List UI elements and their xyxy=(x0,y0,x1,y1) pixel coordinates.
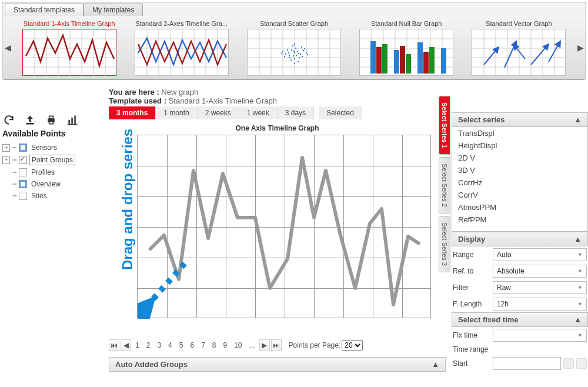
upload-icon[interactable] xyxy=(24,114,36,126)
svg-point-51 xyxy=(287,49,288,50)
svg-point-52 xyxy=(298,61,299,62)
series-item[interactable]: CorrV xyxy=(452,189,587,201)
fixed-time-header[interactable]: Select fixed time▲ xyxy=(452,312,588,327)
pager-page[interactable]: 7 xyxy=(198,340,208,351)
range-3months[interactable]: 3 months xyxy=(109,106,156,119)
pager-page[interactable]: 8 xyxy=(209,340,219,351)
svg-point-47 xyxy=(285,53,286,54)
svg-rect-80 xyxy=(382,44,387,74)
start-input[interactable] xyxy=(493,357,561,370)
svg-rect-85 xyxy=(423,52,429,74)
display-header[interactable]: Display▲ xyxy=(452,232,588,246)
pager-page[interactable]: 2 xyxy=(143,340,153,351)
points-tree: +┄Sensors +┄Point Groups ┄Profiles ┄Over… xyxy=(2,142,101,202)
print-icon[interactable] xyxy=(45,114,58,126)
refto-select[interactable]: Absolute▼ xyxy=(493,265,587,278)
chart-title: One Axis Timeline Graph xyxy=(109,124,446,132)
pager-page[interactable]: 1 xyxy=(132,340,142,351)
svg-rect-106 xyxy=(49,116,54,118)
range-select[interactable]: Auto▼ xyxy=(493,248,587,261)
tab-standard-templates[interactable]: Standard templates xyxy=(5,4,83,16)
svg-rect-83 xyxy=(406,54,411,74)
calendar-icon[interactable] xyxy=(563,358,574,369)
svg-point-39 xyxy=(297,51,298,52)
filter-label: Filter xyxy=(453,283,490,292)
svg-point-44 xyxy=(299,56,300,58)
range-2weeks[interactable]: 2 weeks xyxy=(198,106,239,119)
template-thumbnails: Standard 1-Axis Timeline Graph Standard … xyxy=(13,18,575,78)
flength-label: F. Length xyxy=(453,300,490,308)
series-item[interactable]: RefPPM xyxy=(452,213,587,226)
folder-icon xyxy=(19,192,27,200)
pager-page[interactable]: 5 xyxy=(176,340,186,351)
svg-rect-109 xyxy=(71,118,73,124)
series-item[interactable]: CorrHz xyxy=(452,176,587,189)
range-1month[interactable]: 1 month xyxy=(156,106,197,119)
fixtime-label: Fix time xyxy=(453,331,490,339)
pager-page[interactable]: 4 xyxy=(165,340,175,351)
tree-expand-icon[interactable]: + xyxy=(2,156,10,164)
tree-sensors[interactable]: +┄Sensors xyxy=(2,142,101,154)
tree-point-groups[interactable]: +┄Point Groups xyxy=(2,154,101,166)
select-series-header[interactable]: Select series▲ xyxy=(452,112,588,127)
pager-prev-button[interactable]: ◀ xyxy=(121,339,131,351)
svg-rect-82 xyxy=(400,46,405,74)
time-range-tabs: 3 months 1 month 2 weeks 1 week 3 days S… xyxy=(109,106,446,119)
range-3days[interactable]: 3 days xyxy=(278,106,314,119)
pager: ⏮ ◀ 1 2 3 4 5 6 7 8 9 10 ... ▶ ⏭ Points … xyxy=(109,339,446,351)
pager-last-button[interactable]: ⏭ xyxy=(271,339,282,351)
tree-profiles[interactable]: ┄Profiles xyxy=(2,166,101,178)
pager-page[interactable]: 3 xyxy=(154,340,164,351)
fixtime-select[interactable]: ▼ xyxy=(493,329,587,342)
series-item[interactable]: AtmosPPM xyxy=(452,201,587,213)
thumb-1axis-icon xyxy=(23,29,117,76)
pager-next-button[interactable]: ▶ xyxy=(259,339,270,351)
thumbs-prev-button[interactable]: ◀ xyxy=(2,43,13,52)
tree-expand-icon[interactable]: + xyxy=(2,144,10,152)
side-tab-series1[interactable]: Select Series 1 xyxy=(439,96,450,155)
series-item[interactable]: 3D V xyxy=(452,164,587,176)
available-points-title: Available Points xyxy=(2,129,101,138)
thumb-vector[interactable]: Standard Vector Graph xyxy=(467,20,570,76)
chevron-down-icon: ▼ xyxy=(577,268,583,274)
svg-rect-86 xyxy=(429,47,435,74)
ppp-select[interactable]: 20 xyxy=(342,340,363,351)
side-tab-series3[interactable]: Select Series 3 xyxy=(439,216,450,272)
tab-my-templates[interactable]: My templates xyxy=(83,4,143,16)
series-list[interactable]: TransDispl HeightDispl 2D V 3D V CorrHz … xyxy=(452,127,588,232)
pager-first-button[interactable]: ⏮ xyxy=(109,339,119,351)
tree-sites[interactable]: ┄Sites xyxy=(2,190,101,202)
auto-added-groups-panel[interactable]: Auto Added Groups ▲ xyxy=(109,357,446,372)
series-item[interactable]: HeightDispl xyxy=(452,139,587,152)
pager-page[interactable]: 9 xyxy=(220,340,230,351)
side-tab-series2[interactable]: Select Series 2 xyxy=(439,157,450,213)
svg-point-41 xyxy=(300,53,301,54)
pager-more[interactable]: ... xyxy=(246,340,258,351)
svg-point-63 xyxy=(281,52,282,54)
flength-select[interactable]: 12h▼ xyxy=(493,298,587,311)
filter-select[interactable]: Raw▼ xyxy=(493,281,587,294)
tree-overview[interactable]: ┄Overview xyxy=(2,178,101,190)
thumbs-next-button[interactable]: ▶ xyxy=(575,43,586,52)
series-item[interactable]: TransDispl xyxy=(452,127,587,139)
clock-icon[interactable] xyxy=(576,358,587,369)
pager-page[interactable]: 10 xyxy=(231,340,245,351)
range-1week[interactable]: 1 week xyxy=(239,106,278,119)
svg-rect-84 xyxy=(417,42,423,74)
svg-point-60 xyxy=(302,55,303,56)
series-item[interactable]: 2D V xyxy=(452,152,587,164)
chart-plot[interactable] xyxy=(137,135,431,318)
thumb-2axes-timeline[interactable]: Standard 2-Axes Timeline Gra... xyxy=(130,20,233,76)
range-selected[interactable]: Selected xyxy=(319,106,362,119)
svg-point-38 xyxy=(291,49,292,50)
pager-page[interactable]: 6 xyxy=(187,340,197,351)
thumb-1axis-timeline[interactable]: Standard 1-Axis Timeline Graph xyxy=(18,20,121,76)
thumb-scatter[interactable]: Standard Scatter Graph xyxy=(242,20,346,76)
drag-drop-label: Drag and drop series xyxy=(119,129,136,270)
svg-point-57 xyxy=(293,50,295,51)
svg-point-66 xyxy=(294,62,295,64)
refresh-icon[interactable] xyxy=(2,114,15,126)
thumb-bar[interactable]: Standard Null Bar Graph xyxy=(355,20,458,76)
stats-icon[interactable] xyxy=(66,114,79,126)
svg-point-61 xyxy=(284,55,285,56)
